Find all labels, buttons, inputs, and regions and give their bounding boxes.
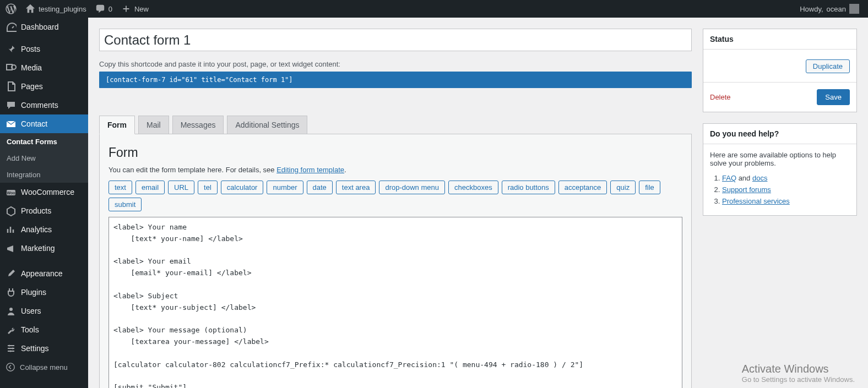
sidebar-item-settings[interactable]: Settings (0, 339, 88, 358)
sidebar-item-pages[interactable]: Pages (0, 77, 88, 96)
tag-button-date[interactable]: date (307, 181, 333, 194)
title-wrap (99, 29, 692, 51)
duplicate-button[interactable]: Duplicate (806, 59, 850, 73)
sidebar-item-label: Products (21, 206, 51, 215)
help-option-faq-docs: FAQ and docs (722, 174, 850, 182)
admin-sidebar: DashboardPostsMediaPagesCommentsContactC… (0, 18, 88, 388)
sidebar-item-label: Contact (21, 119, 47, 128)
sidebar-item-analytics[interactable]: Analytics (0, 220, 88, 239)
editor-tabs: FormMailMessagesAdditional Settings (99, 116, 692, 134)
tag-button-radio-buttons[interactable]: radio buttons (502, 181, 555, 194)
tag-button-text-area[interactable]: text area (336, 181, 376, 194)
sidebar-item-label: Posts (21, 45, 40, 53)
tag-button-checkboxes[interactable]: checkboxes (448, 181, 498, 194)
professional-services-link[interactable]: Professional services (722, 197, 790, 205)
comment-icon (6, 100, 17, 111)
docs-link[interactable]: docs (752, 174, 767, 182)
svg-point-3 (9, 308, 13, 311)
sidebar-item-label: Pages (21, 82, 43, 91)
woo-icon: Woo (6, 187, 17, 198)
pin-icon (6, 43, 17, 54)
tag-button-acceptance[interactable]: acceptance (558, 181, 607, 194)
sidebar-item-dashboard[interactable]: Dashboard (0, 18, 88, 36)
sidebar-item-comments[interactable]: Comments (0, 96, 88, 114)
sidebar-item-label: Dashboard (21, 23, 59, 31)
svg-text:Woo: Woo (7, 191, 15, 195)
sidebar-item-contact[interactable]: Contact (0, 114, 88, 133)
sidebar-item-posts[interactable]: Posts (0, 40, 88, 58)
sidebar-item-media[interactable]: Media (0, 58, 88, 77)
sidebar-item-marketing[interactable]: Marketing (0, 239, 88, 258)
tab-form[interactable]: Form (99, 116, 135, 134)
settings-icon (6, 343, 17, 354)
wordpress-icon (6, 3, 17, 14)
sidebar-item-label: Marketing (21, 244, 55, 253)
tag-button-quiz[interactable]: quiz (610, 181, 636, 194)
tag-button-text[interactable]: text (109, 181, 132, 194)
help-option-support: Support forums (722, 185, 850, 194)
panel-heading: Form (109, 145, 682, 160)
new-content-link[interactable]: New (117, 0, 153, 18)
tab-messages[interactable]: Messages (172, 116, 224, 134)
comment-bubble-icon (95, 4, 105, 14)
plugin-icon (6, 287, 17, 298)
page-icon (6, 81, 17, 92)
tag-button-tel[interactable]: tel (198, 181, 218, 194)
tab-additional-settings[interactable]: Additional Settings (227, 116, 307, 134)
sidebar-item-label: Plugins (21, 288, 46, 297)
contact-submenu: Contact FormsAdd NewIntegration (0, 133, 88, 183)
sidebar-item-woocommerce[interactable]: WooWooCommerce (0, 183, 88, 201)
support-forums-link[interactable]: Support forums (722, 185, 771, 194)
form-title-input[interactable] (99, 29, 692, 51)
comments-count: 0 (109, 5, 112, 13)
tag-generator-row: textemailURLtelcalculatornumberdatetext … (109, 181, 682, 211)
submenu-item-integration[interactable]: Integration (0, 166, 88, 183)
delete-link[interactable]: Delete (710, 93, 731, 101)
sidebar-item-plugins[interactable]: Plugins (0, 283, 88, 302)
product-icon (6, 205, 17, 216)
site-name-link[interactable]: testing_plugins (21, 0, 91, 18)
sidebar-item-tools[interactable]: Tools (0, 320, 88, 339)
sidebar-item-products[interactable]: Products (0, 201, 88, 220)
help-and-text: and (736, 174, 752, 182)
svg-point-5 (12, 348, 14, 349)
editing-form-template-link[interactable]: Editing form template (276, 166, 344, 174)
collapse-menu-button[interactable]: Collapse menu (0, 358, 88, 376)
form-template-textarea[interactable] (109, 217, 682, 388)
sidebar-item-label: Settings (21, 344, 49, 353)
tag-button-submit[interactable]: submit (109, 198, 142, 211)
megaphone-icon (6, 243, 17, 254)
save-button[interactable]: Save (817, 89, 850, 105)
brush-icon (6, 268, 17, 279)
wp-logo[interactable] (1, 0, 21, 18)
submenu-item-contact-forms[interactable]: Contact Forms (0, 133, 88, 150)
media-icon (6, 62, 17, 73)
tag-button-drop-down-menu[interactable]: drop-down menu (379, 181, 445, 194)
shortcode-display[interactable]: [contact-form-7 id="61" title="Contact f… (99, 72, 692, 88)
help-postbox: Do you need help? Here are some availabl… (703, 123, 857, 216)
admin-bar: testing_plugins 0 New Howdy, ocean (0, 0, 868, 18)
tab-mail[interactable]: Mail (138, 116, 169, 134)
panel-desc-suffix: . (344, 166, 346, 174)
content-area: Copy this shortcode and paste it into yo… (88, 18, 868, 388)
home-icon (25, 4, 35, 14)
panel-desc: You can edit the form template here. For… (109, 166, 682, 174)
help-options-list: FAQ and docs Support forums Professional… (710, 174, 850, 205)
tag-button-url[interactable]: URL (168, 181, 194, 194)
site-name-text: testing_plugins (39, 5, 86, 13)
tag-button-number[interactable]: number (267, 181, 303, 194)
sidebar-item-users[interactable]: Users (0, 302, 88, 320)
comments-link[interactable]: 0 (91, 0, 117, 18)
faq-link[interactable]: FAQ (722, 174, 736, 182)
mail-icon (6, 118, 17, 129)
tag-button-email[interactable]: email (135, 181, 165, 194)
tag-button-calculator[interactable]: calculator (221, 181, 264, 194)
my-account-link[interactable]: Howdy, ocean (795, 0, 864, 18)
status-postbox: Status Duplicate Delete Save (703, 29, 857, 112)
submenu-item-add-new[interactable]: Add New (0, 150, 88, 166)
tag-button-file[interactable]: file (639, 181, 660, 194)
sidebar-item-appearance[interactable]: Appearance (0, 264, 88, 283)
sidebar-item-label: WooCommerce (21, 188, 74, 196)
sidebar-item-label: Comments (21, 101, 58, 110)
tools-icon (6, 324, 17, 335)
